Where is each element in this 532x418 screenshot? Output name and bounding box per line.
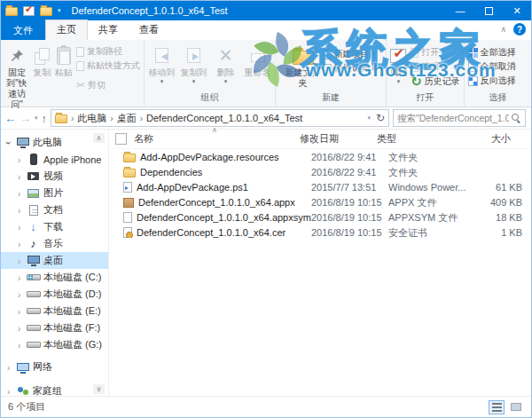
- new-item-button[interactable]: 新建项目▾: [322, 48, 378, 60]
- maximize-button[interactable]: [474, 1, 503, 20]
- up-button[interactable]: ↑: [42, 113, 48, 124]
- cut-button[interactable]: ✂剪切: [74, 79, 142, 91]
- qat-new-folder-icon[interactable]: [40, 7, 52, 16]
- edit-button[interactable]: 编辑: [409, 60, 462, 73]
- edit-icon: [411, 62, 419, 72]
- file-row[interactable]: DefenderConcept_1.0.1.0_x64.appx 2016/8/…: [109, 195, 531, 209]
- ribbon-group-open: ✔ 属性▾ 打开 编辑 ↻历史记录 打开: [387, 40, 465, 106]
- homegroup-icon: [17, 386, 29, 397]
- qat-properties-icon[interactable]: ✔: [23, 6, 35, 16]
- sidebar-item-videos[interactable]: › 视频: [1, 168, 108, 185]
- paste-shortcut-button[interactable]: 粘贴快捷方式: [74, 59, 142, 72]
- file-row[interactable]: DefenderConcept_1.0.1.0_x64.cer 2016/8/1…: [109, 225, 531, 240]
- tab-file[interactable]: 文件: [1, 20, 45, 40]
- window-title: DefenderConcept_1.0.1.0_x64_Test: [72, 5, 446, 16]
- help-icon[interactable]: ?: [513, 23, 526, 35]
- sidebar-item-drive-e[interactable]: › 本地磁盘 (E:): [1, 303, 108, 319]
- copy-to-button[interactable]: 复制到▾: [178, 43, 209, 85]
- delete-icon: ✕: [219, 47, 233, 64]
- details-view-button[interactable]: [489, 400, 505, 414]
- select-none-icon: [468, 62, 478, 72]
- copy-path-button[interactable]: 复制路径: [74, 45, 142, 58]
- sidebar-item-downloads[interactable]: › ↓ 下载: [1, 218, 108, 235]
- sidebar-item-homegroup[interactable]: › 家庭组: [1, 383, 108, 396]
- file-row[interactable]: Add-AppDevPackage.ps1 2015/7/7 13:51 Win…: [109, 180, 531, 194]
- new-item-icon: [324, 50, 332, 59]
- sidebar-item-drive-f[interactable]: › 本地磁盘 (F:): [1, 319, 108, 336]
- minimize-button[interactable]: —: [446, 1, 474, 20]
- tab-share[interactable]: 共享: [88, 20, 129, 40]
- invert-selection-icon: [468, 76, 478, 86]
- copy-path-icon: [76, 47, 84, 57]
- sidebar-item-apple-iphone[interactable]: › Apple iPhone: [1, 151, 108, 168]
- open-icon: [411, 48, 419, 58]
- new-folder-button[interactable]: 新建文件夹: [285, 43, 322, 90]
- breadcrumb-desktop[interactable]: 桌面: [117, 112, 137, 125]
- address-dropdown-icon[interactable]: ▾: [367, 114, 371, 122]
- phone-icon: [30, 154, 37, 165]
- breadcrumb[interactable]: › 此电脑 › 桌面 › DefenderConcept_1.0.1.0_x64…: [51, 109, 389, 127]
- move-to-icon: [155, 48, 168, 63]
- tab-home[interactable]: 主页: [45, 20, 88, 40]
- sidebar-item-drive-g[interactable]: › 本地磁盘 (G:): [1, 336, 108, 353]
- delete-button[interactable]: ✕ 删除▾: [210, 43, 241, 85]
- sidebar-scroll-down[interactable]: ∨: [93, 384, 105, 394]
- paste-button[interactable]: 粘贴: [53, 43, 74, 79]
- thumbnails-view-button[interactable]: [508, 400, 524, 414]
- sidebar-scroll-up[interactable]: ∧: [93, 133, 105, 143]
- forward-button[interactable]: →: [20, 113, 31, 124]
- this-pc-icon: [17, 138, 29, 146]
- sidebar-item-desktop[interactable]: › 桌面: [1, 252, 108, 269]
- sidebar-item-music[interactable]: › ♪ 音乐: [1, 235, 108, 252]
- invert-selection-button[interactable]: 反向选择: [466, 75, 518, 87]
- sidebar-item-drive-c[interactable]: › 本地磁盘 (C:): [1, 269, 108, 286]
- properties-icon: ✔: [390, 49, 406, 63]
- sidebar-item-network[interactable]: › 网络: [1, 359, 108, 375]
- file-row[interactable]: Add-AppDevPackage.resources 2016/8/22 9:…: [109, 150, 531, 164]
- column-header-date[interactable]: 修改日期: [300, 132, 377, 146]
- new-group-label: 新建: [276, 91, 386, 106]
- refresh-icon[interactable]: ↻: [376, 112, 385, 124]
- column-header-type[interactable]: 类型: [377, 132, 459, 146]
- select-none-button[interactable]: 全部取消: [466, 60, 518, 73]
- move-to-button[interactable]: 移动到▾: [146, 43, 177, 85]
- open-button[interactable]: 打开: [409, 46, 462, 59]
- search-input[interactable]: [397, 113, 509, 123]
- search-icon[interactable]: [512, 114, 521, 123]
- back-button[interactable]: ←: [4, 113, 16, 124]
- easy-access-button[interactable]: 轻松访问▾: [322, 62, 378, 75]
- ribbon: 固定到"快速访问" 复制 粘贴 复制路径 粘贴快捷方式 ✂剪切 剪贴板: [1, 40, 531, 107]
- properties-button[interactable]: ✔ 属性▾: [388, 43, 409, 85]
- ribbon-group-clipboard: 固定到"快速访问" 复制 粘贴 复制路径 粘贴快捷方式 ✂剪切 剪贴板: [1, 40, 145, 106]
- pictures-icon: [27, 189, 39, 198]
- address-bar: ← → ▾ ↑ › 此电脑 › 桌面 › DefenderConcept_1.0…: [1, 107, 531, 130]
- close-button[interactable]: ✕: [503, 1, 531, 20]
- file-row[interactable]: DefenderConcept_1.0.1.0_x64.appxsym 2016…: [109, 210, 531, 225]
- videos-icon: [27, 172, 39, 180]
- select-all-checkbox[interactable]: [115, 133, 127, 145]
- rename-icon: [251, 53, 265, 62]
- rename-button[interactable]: 重命名: [242, 43, 273, 79]
- copy-button[interactable]: 复制: [31, 43, 52, 79]
- column-header-name[interactable]: 名称 ∧: [134, 132, 300, 146]
- sidebar-item-pictures[interactable]: › 图片: [1, 185, 108, 201]
- tab-view[interactable]: 查看: [129, 20, 169, 40]
- column-header-size[interactable]: 大小: [459, 132, 511, 146]
- location-folder-icon: [55, 114, 67, 123]
- select-all-icon: [468, 48, 478, 58]
- sidebar-item-this-pc[interactable]: › 此电脑: [1, 134, 108, 151]
- sidebar-item-documents[interactable]: › 文档: [1, 201, 108, 218]
- select-all-button[interactable]: 全部选择: [466, 46, 518, 59]
- sidebar-item-drive-d[interactable]: › 本地磁盘 (D:): [1, 286, 108, 303]
- qat-customize-icon[interactable]: ▾: [58, 7, 61, 14]
- breadcrumb-this-pc[interactable]: 此电脑: [77, 112, 106, 125]
- copy-icon: [35, 48, 49, 64]
- collapse-ribbon-icon[interactable]: ∧: [500, 25, 506, 34]
- file-row[interactable]: Dependencies 2016/8/22 9:41 文件夹: [109, 165, 531, 179]
- pin-to-quick-access-button[interactable]: 固定到"快速访问": [3, 43, 31, 111]
- history-button[interactable]: ↻历史记录: [409, 75, 462, 88]
- ribbon-group-new: 新建文件夹 新建项目▾ 轻松访问▾ 新建: [276, 40, 387, 106]
- recent-locations-icon[interactable]: ▾: [35, 114, 38, 122]
- file-list-header: 名称 ∧ 修改日期 类型 大小: [109, 130, 531, 149]
- breadcrumb-current-folder[interactable]: DefenderConcept_1.0.1.0_x64_Test: [146, 113, 302, 123]
